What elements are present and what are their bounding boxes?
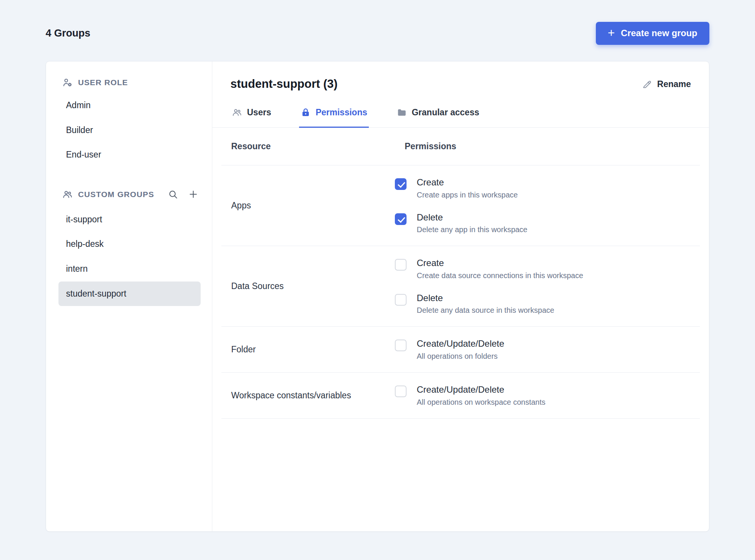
user-role-section-header: USER ROLE xyxy=(58,77,201,88)
permission-entry: Create/Update/Delete All operations on f… xyxy=(395,338,700,361)
sidebar-item-admin[interactable]: Admin xyxy=(58,93,201,118)
data-sources-create-checkbox[interactable] xyxy=(395,259,407,271)
plus-icon: + xyxy=(608,27,615,39)
user-role-list: Admin Builder End-user xyxy=(58,93,201,167)
tab-users[interactable]: Users xyxy=(230,107,273,128)
user-gear-icon xyxy=(62,77,73,88)
permission-description: All operations on folders xyxy=(417,352,504,361)
groups-sidebar: USER ROLE Admin Builder End-user xyxy=(46,61,212,531)
workspace-constants-cud-checkbox[interactable] xyxy=(395,386,407,397)
groups-page: 4 Groups + Create new group USER ROLE xyxy=(0,0,755,532)
custom-groups-section-header: CUSTOM GROUPS xyxy=(58,187,201,202)
permission-description: Delete any app in this workspace xyxy=(417,225,528,234)
sidebar-item-end-user[interactable]: End-user xyxy=(58,142,201,167)
permission-label: Delete xyxy=(417,212,528,223)
permissions-cell: Create Create apps in this workspace Del… xyxy=(395,171,700,240)
sidebar-item-label: Builder xyxy=(66,125,93,135)
groups-count-label: 4 Groups xyxy=(46,28,91,39)
add-group-button[interactable] xyxy=(186,187,201,202)
column-header-permissions: Permissions xyxy=(395,141,700,151)
custom-groups-header-label: CUSTOM GROUPS xyxy=(78,190,154,199)
user-role-header-label: USER ROLE xyxy=(78,78,128,87)
permission-label: Create xyxy=(417,258,583,268)
permission-label: Create/Update/Delete xyxy=(417,384,545,395)
title-row: student-support (3) Rename xyxy=(230,77,691,91)
group-title: student-support (3) xyxy=(230,77,338,91)
permission-label: Delete xyxy=(417,293,554,303)
group-detail-header: student-support (3) Rename xyxy=(212,61,709,91)
permission-description: All operations on workspace constants xyxy=(417,398,545,407)
resource-label: Data Sources xyxy=(221,281,395,291)
tab-label: Users xyxy=(247,107,271,118)
sidebar-item-intern[interactable]: intern xyxy=(58,257,201,282)
lock-icon xyxy=(301,107,311,118)
table-row-data-sources: Data Sources Create Create data source c… xyxy=(221,246,700,327)
apps-create-checkbox[interactable] xyxy=(395,178,407,190)
resource-label: Apps xyxy=(221,200,395,211)
permissions-table-header: Resource Permissions xyxy=(221,128,700,165)
group-detail-panel: student-support (3) Rename xyxy=(212,61,709,531)
pencil-icon xyxy=(642,79,652,89)
column-header-resource: Resource xyxy=(221,141,395,151)
sidebar-item-help-desk[interactable]: help-desk xyxy=(58,232,201,257)
top-bar: 4 Groups + Create new group xyxy=(46,21,709,45)
sidebar-item-label: End-user xyxy=(66,150,101,159)
search-icon xyxy=(168,189,178,199)
table-row-apps: Apps Create Create apps in this workspac… xyxy=(221,165,700,246)
permissions-cell: Create Create data source connections in… xyxy=(395,251,700,321)
tab-label: Granular access xyxy=(412,107,479,118)
permission-entry: Delete Delete any app in this workspace xyxy=(395,212,700,234)
create-new-group-button[interactable]: + Create new group xyxy=(596,22,709,45)
rename-button[interactable]: Rename xyxy=(642,79,691,89)
apps-delete-checkbox[interactable] xyxy=(395,213,407,225)
sidebar-item-label: it-support xyxy=(66,214,102,224)
users-icon xyxy=(232,107,242,118)
permission-entry: Create/Update/Delete All operations on w… xyxy=(395,384,700,407)
table-row-workspace-constants: Workspace constants/variables Create/Upd… xyxy=(221,373,700,419)
tab-permissions[interactable]: Permissions xyxy=(299,107,369,128)
permission-description: Create apps in this workspace xyxy=(417,191,518,199)
sidebar-section-gap xyxy=(58,167,201,187)
groups-card: USER ROLE Admin Builder End-user xyxy=(46,61,709,532)
tab-label: Permissions xyxy=(316,107,367,118)
group-tabs: Users Permissions xyxy=(212,107,709,128)
permissions-cell: Create/Update/Delete All operations on f… xyxy=(395,332,700,367)
folder-icon xyxy=(397,107,407,118)
plus-icon xyxy=(188,189,198,199)
sidebar-item-label: intern xyxy=(66,264,88,274)
search-groups-button[interactable] xyxy=(165,187,180,202)
resource-label: Workspace constants/variables xyxy=(221,390,395,401)
sidebar-item-student-support[interactable]: student-support xyxy=(58,282,201,306)
permission-entry: Delete Delete any data source in this wo… xyxy=(395,293,700,315)
permissions-table: Resource Permissions Apps Create Create … xyxy=(212,128,709,419)
custom-groups-list: it-support help-desk intern student-supp… xyxy=(58,207,201,306)
permission-entry: Create Create apps in this workspace xyxy=(395,177,700,199)
permissions-cell: Create/Update/Delete All operations on w… xyxy=(395,378,700,413)
resource-label: Folder xyxy=(221,344,395,355)
permission-label: Create xyxy=(417,177,518,188)
users-icon xyxy=(62,189,73,200)
sidebar-item-label: help-desk xyxy=(66,239,104,249)
permission-description: Delete any data source in this workspace xyxy=(417,306,554,315)
data-sources-delete-checkbox[interactable] xyxy=(395,294,407,306)
rename-label: Rename xyxy=(657,79,691,89)
permission-description: Create data source connections in this w… xyxy=(417,271,583,280)
tab-granular-access[interactable]: Granular access xyxy=(395,107,481,128)
sidebar-item-builder[interactable]: Builder xyxy=(58,118,201,143)
permission-entry: Create Create data source connections in… xyxy=(395,258,700,280)
create-new-group-label: Create new group xyxy=(621,28,697,38)
sidebar-item-label: student-support xyxy=(66,289,126,298)
sidebar-item-label: Admin xyxy=(66,100,91,110)
table-row-folder: Folder Create/Update/Delete All operatio… xyxy=(221,327,700,373)
sidebar-item-it-support[interactable]: it-support xyxy=(58,207,201,232)
folder-cud-checkbox[interactable] xyxy=(395,340,407,351)
permission-label: Create/Update/Delete xyxy=(417,338,504,349)
